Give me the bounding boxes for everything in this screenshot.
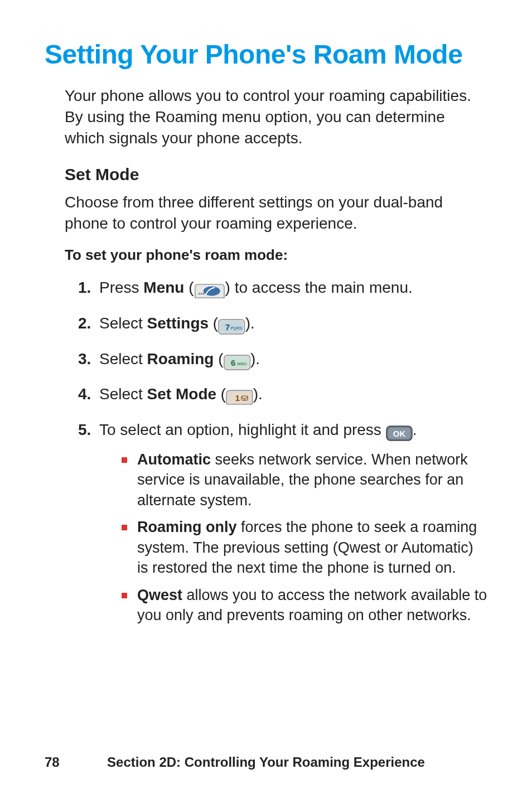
1-key-icon: 1 [226, 387, 253, 408]
step-text: To select an option, highlight it and pr… [99, 421, 386, 438]
6-mno-key-icon: 6 MNO [224, 352, 251, 373]
step-text: ). [253, 385, 263, 403]
step-text: Select [99, 385, 147, 403]
section-label: Section 2D: Controlling Your Roaming Exp… [107, 755, 425, 770]
step-body: Select Set Mode ( 1 ). [99, 384, 487, 408]
steps-list: 1. Press Menu ( ) to access the main men… [78, 277, 487, 632]
section-intro: Choose from three different settings on … [65, 192, 487, 234]
document-page: Setting Your Phone's Roam Mode Your phon… [0, 0, 532, 798]
step-text: . [413, 421, 417, 438]
options-list: Automatic seeks network service. When ne… [122, 449, 487, 626]
page-number: 78 [45, 755, 60, 770]
step-number: 4. [78, 384, 99, 405]
option-qwest: Qwest allows you to access the network a… [122, 585, 487, 626]
intro-paragraph: Your phone allows you to control your ro… [65, 85, 487, 148]
page-footer: 78 Section 2D: Controlling Your Roaming … [0, 755, 532, 770]
7-pqrs-key-icon: 7 PQRS [218, 316, 245, 337]
menu-softkey-icon [194, 280, 225, 302]
step-text: ) to access the main menu. [225, 279, 413, 296]
option-name: Automatic [137, 451, 211, 468]
svg-text:MNO: MNO [237, 361, 247, 366]
section-heading: Set Mode [65, 165, 487, 184]
step-5: 5. To select an option, highlight it and… [78, 419, 487, 632]
step-4: 4. Select Set Mode ( 1 ). [78, 384, 487, 408]
step-text: ( [214, 350, 223, 367]
step-number: 5. [78, 419, 99, 441]
svg-point-1 [199, 293, 200, 294]
step-text: ( [209, 315, 218, 332]
step-body: Press Menu ( ) to access the main menu. [99, 277, 487, 302]
step-text: Select [99, 315, 147, 332]
step-action: Settings [147, 315, 209, 332]
step-body: To select an option, highlight it and pr… [99, 419, 487, 632]
procedure-heading: To set your phone's roam mode: [65, 246, 487, 264]
step-body: Select Settings ( 7 PQRS ). [99, 313, 487, 337]
svg-text:6: 6 [231, 357, 235, 367]
step-text: ( [184, 279, 194, 296]
step-text: Press [99, 279, 143, 296]
option-name: Qwest [137, 587, 182, 603]
svg-text:7: 7 [225, 322, 230, 331]
ok-key-icon: OK [386, 423, 413, 444]
svg-text:1: 1 [235, 393, 240, 403]
option-name: Roaming only [137, 519, 237, 535]
step-text: ( [216, 385, 226, 403]
step-body: Select Roaming ( 6 MNO ). [99, 349, 487, 373]
step-number: 2. [78, 313, 99, 334]
step-number: 1. [78, 277, 99, 298]
option-automatic: Automatic seeks network service. When ne… [122, 449, 487, 510]
option-roaming-only: Roaming only forces the phone to seek a … [122, 517, 487, 578]
step-action: Set Mode [147, 385, 216, 403]
step-text: ). [250, 350, 260, 367]
step-text: Select [99, 350, 147, 367]
svg-text:OK: OK [393, 429, 405, 438]
svg-point-3 [202, 293, 204, 294]
svg-text:PQRS: PQRS [231, 325, 243, 330]
step-number: 3. [78, 349, 99, 370]
option-desc: allows you to access the network availab… [137, 587, 487, 623]
step-3: 3. Select Roaming ( 6 MNO ). [78, 349, 487, 373]
step-action: Menu [143, 279, 184, 296]
step-text: ). [245, 315, 255, 332]
step-action: Roaming [147, 350, 214, 367]
step-2: 2. Select Settings ( 7 PQRS ). [78, 313, 487, 337]
step-1: 1. Press Menu ( ) to access the main men… [78, 277, 487, 302]
page-title: Setting Your Phone's Roam Mode [45, 39, 487, 70]
svg-point-2 [200, 293, 201, 294]
